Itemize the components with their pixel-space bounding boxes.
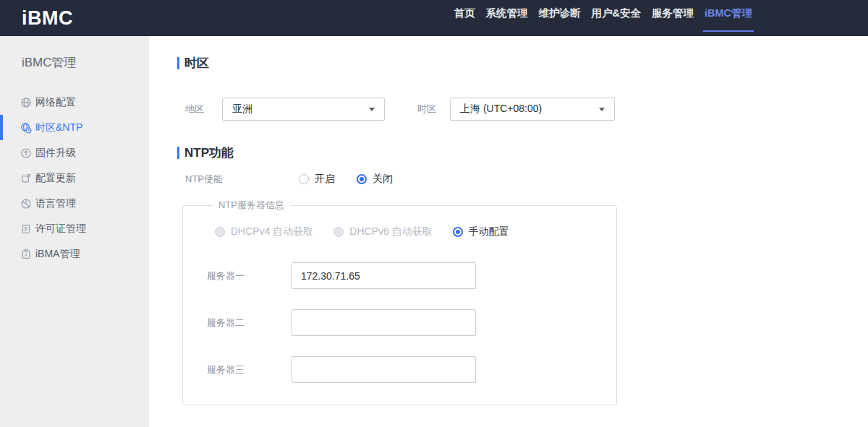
server-three-input[interactable] (292, 356, 476, 383)
ntp-server-group-legend: NTP服务器信息 (213, 199, 290, 212)
server-three-row: 服务器三 (207, 356, 616, 383)
clipboard-icon (20, 249, 32, 260)
dhcpv6-auto-radio-disabled: DHCPv6 自动获取 (333, 225, 432, 238)
sidebar-item-language[interactable]: 语言管理 (0, 191, 149, 216)
nav-item-maintenance[interactable]: 维护诊断 (538, 0, 580, 36)
sidebar-item-label: 配置更新 (35, 172, 76, 185)
top-header: iBMC 首页 系统管理 维护诊断 用户&安全 服务管理 iBMC管理 (0, 0, 868, 36)
sidebar-item-config-update[interactable]: 配置更新 (0, 165, 149, 191)
server-three-label: 服务器三 (207, 363, 292, 376)
region-select[interactable]: 亚洲 (222, 98, 385, 121)
dhcpv4-auto-radio-disabled: DHCPv4 自动获取 (215, 225, 313, 238)
ntp-server-group: NTP服务器信息 DHCPv4 自动获取 DHCPv6 自动获取 手动配置 服务… (182, 199, 617, 405)
sidebar-item-ibma[interactable]: iBMA管理 (0, 241, 149, 267)
section-title-text: NTP功能 (184, 145, 234, 161)
language-icon (20, 198, 32, 210)
ntp-enable-row: NTP使能 开启 关闭 (177, 172, 868, 186)
ntp-enable-radio-group: 开启 关闭 (299, 173, 393, 186)
radio-label: DHCPv6 自动获取 (349, 225, 432, 238)
ntp-section-title: NTP功能 (177, 146, 868, 159)
section-accent-bar (177, 57, 179, 69)
radio-unchecked-icon (299, 174, 309, 184)
sidebar-item-network-config[interactable]: 网络配置 (0, 90, 149, 115)
nav-item-user-security[interactable]: 用户&安全 (591, 0, 640, 36)
sidebar-title: iBMC管理 (22, 54, 149, 71)
radio-label: 手动配置 (469, 225, 509, 238)
sidebar-item-license[interactable]: 许可证管理 (0, 216, 149, 241)
radio-label: DHCPv4 自动获取 (231, 225, 313, 238)
ntp-enable-label: NTP使能 (177, 173, 299, 186)
sidebar-item-label: 固件升级 (35, 147, 76, 160)
sidebar-item-label: 许可证管理 (35, 223, 86, 236)
sidebar-item-label: 时区&NTP (35, 121, 82, 134)
sidebar: iBMC管理 网络配置 时区&NTP (0, 36, 149, 427)
sidebar-menu: 网络配置 时区&NTP 固件升级 (0, 90, 149, 267)
chevron-down-icon (599, 108, 605, 111)
sidebar-item-firmware-upgrade[interactable]: 固件升级 (0, 140, 149, 165)
server-one-label: 服务器一 (207, 269, 292, 282)
timezone-selected-value: 上海 (UTC+08:00) (460, 103, 542, 116)
section-accent-bar (177, 147, 179, 159)
sidebar-item-label: iBMA管理 (35, 248, 80, 261)
sidebar-item-label: 网络配置 (35, 96, 76, 109)
section-title-text: 时区 (184, 55, 209, 72)
server-two-label: 服务器二 (207, 316, 292, 329)
top-nav: 首页 系统管理 维护诊断 用户&安全 服务管理 iBMC管理 (454, 0, 752, 36)
ntp-enable-off-radio[interactable]: 关闭 (357, 173, 393, 186)
config-update-icon (20, 173, 32, 184)
timezone-label: 时区 (417, 103, 450, 116)
timezone-section-title: 时区 (177, 56, 868, 69)
region-label: 地区 (177, 103, 222, 116)
region-selected-value: 亚洲 (232, 103, 252, 116)
main-content: 时区 地区 亚洲 时区 上海 (UTC+08:00) NTP功能 NTP使能 开… (149, 36, 868, 427)
ntp-server-mode-radio-group: DHCPv4 自动获取 DHCPv6 自动获取 手动配置 (215, 225, 616, 239)
nav-item-home[interactable]: 首页 (454, 0, 475, 36)
upgrade-arrow-icon (20, 147, 32, 159)
license-icon (20, 223, 32, 235)
nav-item-system[interactable]: 系统管理 (485, 0, 527, 36)
chevron-down-icon (369, 108, 375, 111)
radio-disabled-icon (215, 227, 225, 237)
globe-icon (20, 97, 32, 108)
timezone-select[interactable]: 上海 (UTC+08:00) (450, 98, 615, 121)
timezone-form-row: 地区 亚洲 时区 上海 (UTC+08:00) (177, 98, 868, 121)
ntp-enable-on-radio[interactable]: 开启 (299, 173, 335, 186)
manual-config-radio[interactable]: 手动配置 (453, 225, 509, 238)
server-one-row: 服务器一 (207, 262, 616, 289)
radio-checked-icon (453, 227, 463, 237)
radio-label: 开启 (315, 173, 335, 186)
radio-label: 关闭 (373, 173, 393, 186)
radio-disabled-icon (333, 227, 344, 237)
server-one-input[interactable] (292, 262, 476, 289)
nav-item-services[interactable]: 服务管理 (652, 0, 694, 36)
sidebar-item-timezone-ntp[interactable]: 时区&NTP (0, 115, 149, 140)
sidebar-item-label: 语言管理 (35, 197, 76, 210)
server-two-input[interactable] (292, 309, 476, 336)
server-two-row: 服务器二 (207, 309, 616, 336)
radio-checked-icon (357, 174, 367, 184)
nav-item-ibmc-management[interactable]: iBMC管理 (705, 0, 752, 36)
app-logo: iBMC (22, 7, 73, 30)
timezone-clock-icon (20, 122, 32, 134)
